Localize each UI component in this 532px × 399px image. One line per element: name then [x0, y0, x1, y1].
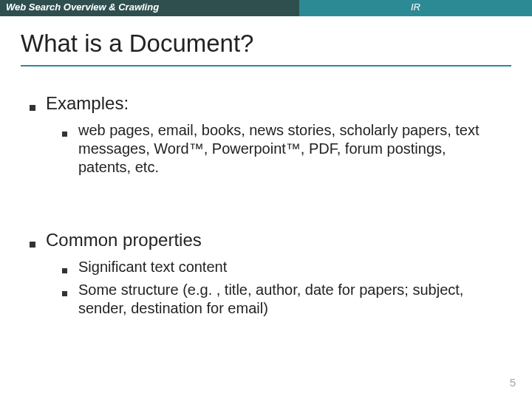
page-number: 5 [510, 376, 516, 389]
square-bullet-icon [30, 93, 46, 114]
bullet-text: Examples: [46, 93, 129, 114]
bullet-text: Common properties [46, 230, 202, 250]
header-bar: Web Search Overview & Crawling IR [0, 0, 532, 16]
bullet-text: Some structure (e.g. , title, author, da… [78, 281, 502, 318]
header-right: IR [299, 0, 532, 16]
square-bullet-icon [62, 281, 78, 318]
bullet-l2: Some structure (e.g. , title, author, da… [62, 281, 502, 318]
square-bullet-icon [62, 121, 78, 177]
bullet-l1: Examples: [30, 93, 502, 114]
bullet-text: Significant text content [78, 258, 227, 276]
header-left: Web Search Overview & Crawling [0, 0, 299, 16]
bullet-l2: Significant text content [62, 258, 502, 276]
square-bullet-icon [30, 230, 46, 250]
slide-title: What is a Document? [0, 16, 532, 62]
slide: Web Search Overview & Crawling IR What i… [0, 0, 532, 399]
slide-body: Examples: web pages, email, books, news … [0, 66, 532, 318]
square-bullet-icon [62, 258, 78, 276]
bullet-l2: web pages, email, books, news stories, s… [62, 121, 502, 177]
bullet-l1: Common properties [30, 230, 502, 250]
bullet-text: web pages, email, books, news stories, s… [78, 121, 502, 177]
